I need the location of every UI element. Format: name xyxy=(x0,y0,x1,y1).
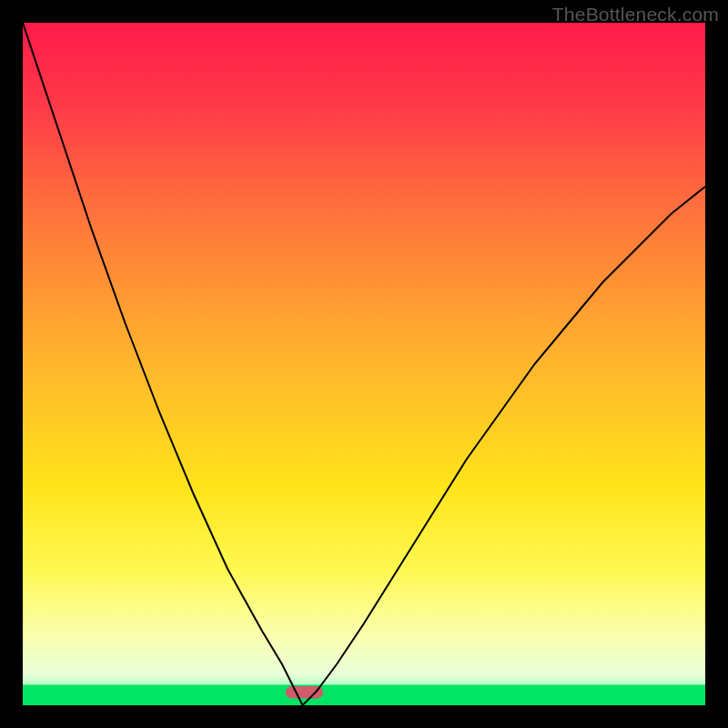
bottleneck-marker xyxy=(286,686,323,699)
gradient-background xyxy=(23,23,705,705)
watermark-text: TheBottleneck.com xyxy=(552,4,719,25)
chart-plot xyxy=(23,23,705,705)
green-band xyxy=(23,685,705,706)
outer-frame: TheBottleneck.com xyxy=(0,0,728,728)
